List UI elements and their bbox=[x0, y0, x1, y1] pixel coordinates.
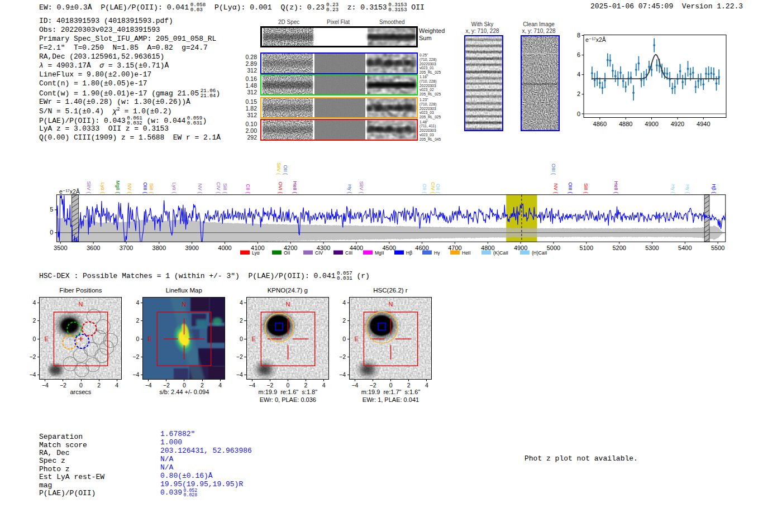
svg-text:OIII (: OIII ( bbox=[568, 183, 573, 194]
svg-text:MgII (: MgII ( bbox=[115, 180, 121, 193]
svg-text:Lyα (: Lyα ( bbox=[100, 183, 106, 194]
svg-text:Hβ: Hβ bbox=[406, 250, 412, 256]
svg-text:CIV (: CIV ( bbox=[216, 182, 221, 194]
svg-text:Hγ (: Hγ ( bbox=[347, 184, 352, 194]
svg-text:MgII: MgII bbox=[375, 250, 384, 256]
svg-text:SiII (: SiII ( bbox=[222, 183, 228, 194]
svg-text:Hβ (: Hβ ( bbox=[711, 184, 717, 193]
svg-text:OVI (: OVI ( bbox=[278, 181, 283, 193]
svg-text:OIII (: OIII ( bbox=[551, 164, 556, 175]
svg-text:CIV (: CIV ( bbox=[430, 182, 436, 194]
svg-text:CIII: CIII bbox=[345, 250, 352, 256]
svg-text:OII (: OII ( bbox=[435, 184, 441, 194]
svg-text:SiIV (: SiIV ( bbox=[276, 162, 282, 175]
svg-text:SiII (: SiII ( bbox=[583, 183, 589, 194]
svg-text:Hγ (: Hγ ( bbox=[685, 184, 690, 194]
svg-text:SiII (: SiII ( bbox=[149, 183, 154, 194]
svg-text:NV (: NV ( bbox=[553, 184, 559, 194]
svg-text:Hγ: Hγ bbox=[434, 250, 440, 256]
svg-text:HeII: HeII bbox=[462, 250, 471, 256]
svg-text:SiIV (: SiIV ( bbox=[86, 181, 92, 193]
svg-text:Lyα (: Lyα ( bbox=[171, 183, 177, 194]
svg-text:SiIV (: SiIV ( bbox=[359, 181, 364, 193]
svg-text:HeII (: HeII ( bbox=[292, 181, 298, 193]
svg-text:OII (: OII ( bbox=[422, 184, 427, 194]
svg-text:HeII (: HeII ( bbox=[613, 181, 619, 193]
svg-text:Lyα: Lyα bbox=[252, 250, 260, 256]
svg-text:CII (: CII ( bbox=[245, 184, 251, 194]
svg-text:(K)CaII: (K)CaII bbox=[493, 250, 508, 256]
svg-text:OII: OII bbox=[284, 250, 290, 256]
svg-text:OIII (: OIII ( bbox=[142, 183, 148, 194]
svg-text:Hγ (: Hγ ( bbox=[670, 184, 676, 194]
svg-text:(H)CaII: (H)CaII bbox=[532, 250, 547, 256]
svg-text:NV (: NV ( bbox=[127, 184, 132, 194]
svg-text:OII (: OII ( bbox=[283, 165, 288, 175]
svg-text:NV (: NV ( bbox=[197, 184, 203, 194]
svg-text:CIV: CIV bbox=[315, 250, 323, 256]
